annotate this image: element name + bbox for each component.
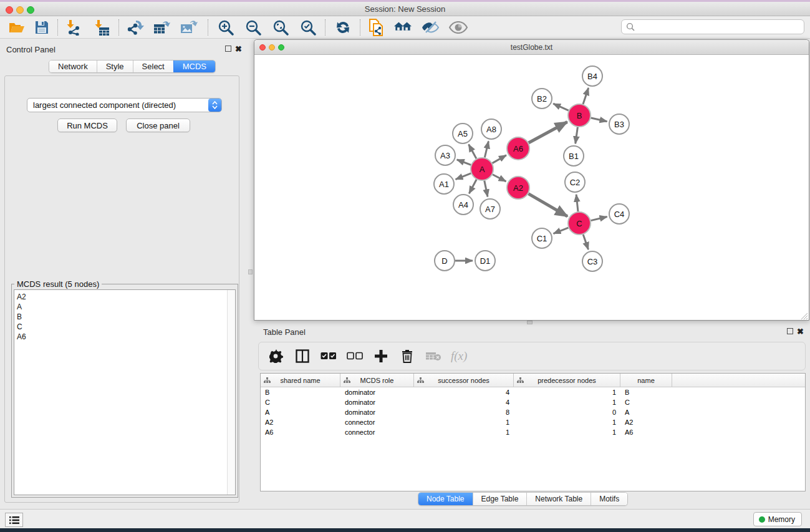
export-table-icon[interactable]	[153, 18, 171, 37]
tab-select[interactable]: Select	[133, 60, 173, 72]
graph-node-A8[interactable]: A8	[481, 118, 502, 140]
table-row[interactable]: C dominator 4 1 C	[261, 397, 805, 407]
graph-edge[interactable]	[485, 141, 488, 157]
graph-node-A4[interactable]: A4	[453, 194, 474, 215]
table-options-gear-icon[interactable]	[268, 347, 285, 365]
graph-node-A2[interactable]: A2	[506, 176, 530, 200]
graph-edge[interactable]	[554, 228, 569, 234]
graph-node-A5[interactable]: A5	[452, 123, 473, 144]
result-item[interactable]: A2	[17, 292, 235, 302]
cell-mcds-role[interactable]: connector	[340, 428, 414, 436]
graph-edge[interactable]	[576, 195, 578, 211]
cell-successor-nodes[interactable]: 1	[414, 418, 514, 426]
create-column-icon[interactable]	[372, 347, 390, 365]
graph-edge[interactable]	[457, 160, 471, 165]
graph-node-D[interactable]: D	[434, 250, 455, 271]
open-session-icon[interactable]	[7, 18, 26, 37]
cell-name[interactable]: A2	[620, 418, 672, 426]
graph-edge[interactable]	[469, 180, 476, 193]
cell-shared-name[interactable]: A2	[261, 418, 340, 426]
cell-shared-name[interactable]: C	[261, 399, 340, 406]
close-panel-button[interactable]: Close panel	[126, 118, 190, 132]
column-header-successor-nodes[interactable]: successor nodes	[414, 374, 514, 387]
table-row[interactable]: A2 connector 1 1 A2	[261, 417, 805, 427]
cell-shared-name[interactable]: A6	[261, 428, 340, 436]
cell-name[interactable]: A6	[620, 428, 672, 436]
refresh-layout-icon[interactable]	[334, 18, 352, 37]
graph-edge[interactable]	[529, 122, 567, 142]
cell-shared-name[interactable]: A	[261, 409, 340, 416]
result-item[interactable]: A	[17, 302, 235, 312]
horizontal-splitter-handle[interactable]	[527, 321, 533, 324]
cell-successor-nodes[interactable]: 1	[414, 428, 514, 436]
column-header-shared-name[interactable]: shared name	[261, 374, 340, 387]
graph-edge[interactable]	[485, 181, 488, 197]
zoom-fit-icon[interactable]	[271, 18, 290, 37]
column-header-name[interactable]: name	[620, 374, 672, 387]
hide-selected-eye-slash-icon[interactable]	[421, 18, 440, 37]
cell-successor-nodes[interactable]: 4	[414, 389, 514, 396]
cell-mcds-role[interactable]: connector	[340, 418, 414, 426]
graph-node-A1[interactable]: A1	[433, 173, 455, 195]
cell-mcds-role[interactable]: dominator	[340, 389, 414, 396]
graph-node-A7[interactable]: A7	[480, 198, 501, 220]
deselect-all-columns-icon[interactable]	[346, 347, 364, 365]
graph-edge[interactable]	[469, 145, 476, 159]
graph-node-C[interactable]: C	[567, 211, 591, 235]
graph-node-A6[interactable]: A6	[506, 137, 530, 160]
tab-mcds[interactable]: MCDS	[173, 60, 215, 72]
result-scrollbar[interactable]	[227, 290, 235, 495]
cell-name[interactable]: C	[620, 399, 672, 406]
network-window-titlebar[interactable]: testGlobe.txt	[254, 40, 809, 55]
cell-shared-name[interactable]: B	[261, 389, 340, 396]
graph-node-B[interactable]: B	[567, 104, 591, 127]
cell-name[interactable]: B	[620, 389, 672, 396]
cell-mcds-role[interactable]: dominator	[340, 409, 414, 416]
select-all-columns-icon[interactable]	[320, 347, 337, 365]
duplicate-network-icon[interactable]	[367, 18, 386, 37]
column-header-predecessor-nodes[interactable]: predecessor nodes	[514, 374, 620, 387]
cell-predecessor-nodes[interactable]: 0	[514, 409, 620, 416]
graph-edge[interactable]	[456, 173, 471, 180]
vertical-splitter-handle[interactable]	[248, 269, 253, 274]
graph-edge[interactable]	[528, 194, 567, 216]
graph-edge[interactable]	[591, 217, 607, 221]
tab-network-table[interactable]: Network Table	[526, 493, 591, 505]
cell-mcds-role[interactable]: dominator	[340, 399, 414, 406]
graph-edge[interactable]	[576, 127, 578, 143]
float-panel-icon[interactable]	[225, 46, 231, 52]
mcds-result-list[interactable]: A2 A B C A6	[14, 289, 236, 495]
window-resize-grip[interactable]	[800, 311, 808, 319]
cell-predecessor-nodes[interactable]: 1	[514, 428, 620, 436]
memory-button[interactable]: Memory	[753, 512, 802, 526]
tab-network[interactable]: Network	[49, 60, 97, 72]
zoom-in-icon[interactable]	[216, 18, 235, 37]
zoom-selected-icon[interactable]	[299, 18, 317, 37]
table-row[interactable]: A6 connector 1 1 A6	[261, 427, 805, 437]
graph-node-B4[interactable]: B4	[582, 65, 603, 87]
graph-node-C3[interactable]: C3	[582, 251, 603, 272]
column-header-mcds-role[interactable]: MCDS role	[340, 374, 414, 387]
result-item[interactable]: C	[17, 322, 235, 332]
float-table-panel-icon[interactable]	[787, 328, 793, 334]
graph-edge[interactable]	[591, 118, 607, 122]
graph-edge[interactable]	[583, 88, 589, 104]
cell-successor-nodes[interactable]: 4	[414, 399, 514, 406]
show-log-list-button[interactable]	[5, 513, 23, 527]
graph-node-C2[interactable]: C2	[564, 172, 586, 193]
graph-node-B2[interactable]: B2	[531, 88, 552, 109]
save-session-icon[interactable]	[32, 18, 51, 37]
graph-node-D1[interactable]: D1	[475, 250, 496, 271]
table-row[interactable]: A dominator 8 0 A	[261, 407, 805, 417]
close-panel-icon[interactable]: ✖	[235, 46, 242, 52]
table-row[interactable]: B dominator 4 1 B	[261, 387, 805, 397]
zoom-out-icon[interactable]	[244, 18, 263, 37]
import-network-icon[interactable]	[64, 18, 83, 37]
result-item[interactable]: B	[17, 312, 235, 322]
graph-node-B3[interactable]: B3	[609, 114, 630, 135]
graph-edge[interactable]	[493, 155, 506, 163]
tab-node-table[interactable]: Node Table	[418, 493, 473, 505]
tab-edge-table[interactable]: Edge Table	[473, 493, 527, 505]
graph-node-B1[interactable]: B1	[563, 145, 584, 167]
show-eye-icon[interactable]	[449, 18, 468, 37]
